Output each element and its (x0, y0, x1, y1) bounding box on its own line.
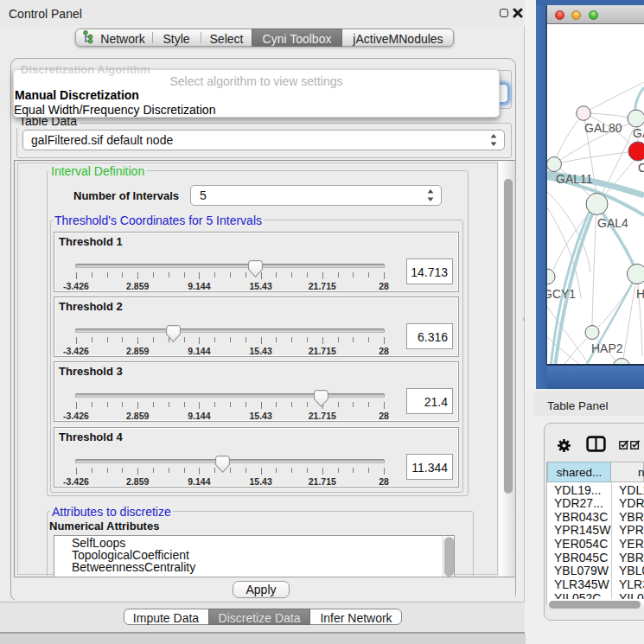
svg-text:GAL4: GAL4 (597, 216, 628, 230)
svg-text:GAL11: GAL11 (556, 172, 593, 186)
svg-text:GCY1: GCY1 (547, 287, 576, 301)
svg-text:C: C (638, 161, 644, 175)
svg-text:GA: GA (633, 126, 644, 140)
svg-text:H: H (636, 287, 644, 301)
svg-text:GAL80: GAL80 (584, 121, 622, 135)
svg-text:HAP2: HAP2 (591, 341, 623, 355)
